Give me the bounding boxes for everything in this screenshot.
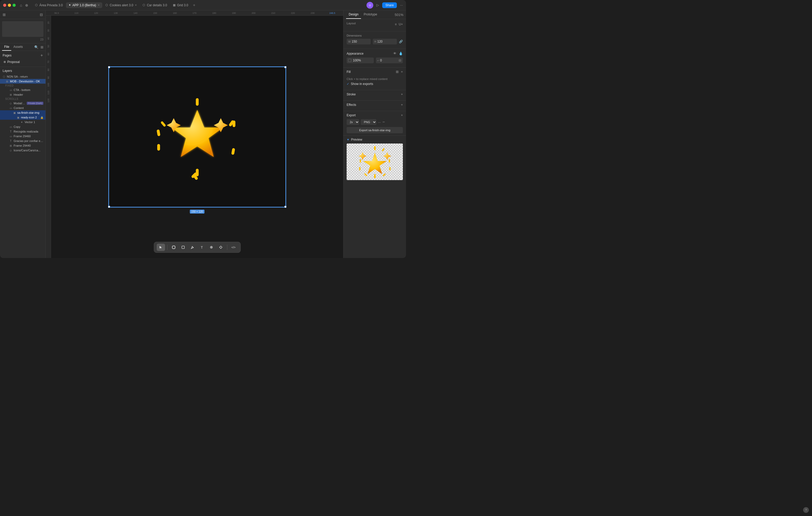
- layer-recogida[interactable]: T Recogida realizada: [0, 129, 46, 134]
- export-scale-select[interactable]: 2x 1x 3x: [347, 119, 359, 125]
- layout-icon2[interactable]: U+: [399, 23, 403, 26]
- tab-cookies-close[interactable]: ✕: [135, 4, 137, 6]
- export-format-select[interactable]: PNG SVG PDF JPG: [361, 119, 376, 125]
- svg-rect-20: [182, 246, 184, 249]
- fill-add-icon[interactable]: +: [401, 70, 403, 74]
- tab-grid[interactable]: ▦ Grid 3.0: [170, 2, 191, 8]
- preview-header: ▼ Preview: [347, 138, 403, 142]
- layer-label-ready: ready-icon 2: [21, 116, 39, 119]
- layer-mob-devolucion[interactable]: ⊞ MOB - Devolución - OK: [0, 79, 46, 84]
- text-tool-button[interactable]: T: [198, 244, 206, 251]
- select-tool-button[interactable]: [157, 244, 165, 251]
- page-dot: [4, 61, 6, 63]
- layer-frame29440[interactable]: ⊞ Frame 29440: [0, 143, 46, 148]
- stroke-add-icon[interactable]: +: [401, 92, 403, 96]
- globe-icon[interactable]: ⊕: [25, 3, 28, 7]
- file-tab[interactable]: File: [2, 43, 11, 51]
- layer-content[interactable]: ▭ Content: [0, 105, 46, 110]
- export-add-icon[interactable]: +: [401, 113, 403, 117]
- layout-icon1[interactable]: ≡: [395, 23, 397, 26]
- tab-car[interactable]: ⬡ Car details 3.0: [140, 2, 170, 8]
- show-exports-label[interactable]: Show in exports: [351, 82, 373, 86]
- star-canvas[interactable]: 150 × 120: [108, 66, 286, 208]
- layer-vector1[interactable]: ✦ Vector 1: [0, 120, 46, 124]
- tab-close-icon[interactable]: ✕: [97, 4, 100, 6]
- canvas-area: 96.5 110 120 130 140 150 160 170 180 190…: [46, 10, 343, 258]
- export-button[interactable]: Export sa-finish-star-img: [347, 127, 403, 133]
- add-tab-button[interactable]: +: [191, 3, 197, 7]
- ruler-mark: 130: [106, 12, 125, 14]
- minimize-button[interactable]: [8, 4, 11, 7]
- layer-ready-icon[interactable]: ▣ ready-icon 2 🔒: [0, 115, 46, 120]
- export-minus-icon[interactable]: −: [382, 120, 385, 124]
- code-tool-button[interactable]: </>: [229, 244, 238, 251]
- add-page-button[interactable]: +: [40, 53, 43, 58]
- handle-top-left[interactable]: [108, 66, 110, 68]
- layer-gracias[interactable]: T Gracias por confiar en n...: [0, 139, 46, 143]
- fill-mixed-text[interactable]: Click + to replace mixed content: [347, 77, 403, 81]
- corner-radius-field[interactable]: ⌐ 0 ⊟: [376, 58, 403, 63]
- width-field[interactable]: W 150: [347, 39, 371, 44]
- layer-cta-bottom[interactable]: ▭ CTA - bottom: [0, 88, 46, 92]
- panel-scroll: Layout ≡ U+ Dimensions W 150 H: [344, 19, 406, 258]
- tab-area-privada[interactable]: ⬡ Área Privada 3.0: [32, 2, 65, 8]
- handle-bottom-right[interactable]: [284, 206, 286, 208]
- layer-icons-cars[interactable]: ◇ Icons/Cars/Cars/ca...: [0, 148, 46, 153]
- layer-frame29460[interactable]: ▭ Frame 29460: [0, 134, 46, 139]
- h-value[interactable]: 120: [377, 40, 395, 43]
- effects-add-icon[interactable]: +: [401, 103, 403, 107]
- tab-prototype[interactable]: Prototype: [361, 10, 380, 19]
- stroke-title: Stroke: [347, 93, 356, 96]
- component-tool-button[interactable]: [216, 244, 225, 251]
- tools-icon[interactable]: ⊞: [3, 12, 6, 17]
- height-field[interactable]: H 120: [373, 39, 397, 44]
- preview-chevron-icon[interactable]: ▼: [347, 138, 349, 141]
- pencil-tool-button[interactable]: [207, 244, 215, 251]
- handle-top-right[interactable]: [284, 66, 286, 68]
- close-button[interactable]: [3, 4, 6, 7]
- zoom-label[interactable]: 501%: [395, 13, 403, 17]
- corner-value[interactable]: 0: [380, 59, 399, 62]
- ruler-v-mark: 100: [47, 80, 50, 87]
- layer-header[interactable]: ⊞ Header: [0, 92, 46, 97]
- toolbar-separator-2: [227, 245, 227, 250]
- maximize-button[interactable]: [12, 4, 16, 7]
- dimensions-title: Dimensions: [347, 34, 403, 37]
- expand-corners-icon[interactable]: ⊟: [399, 59, 401, 62]
- handle-bottom-left[interactable]: [108, 206, 110, 208]
- share-button[interactable]: Share: [382, 2, 397, 8]
- more-icon[interactable]: ···: [400, 3, 403, 7]
- layer-non-sa[interactable]: ⬡ NON SA - return: [0, 74, 46, 79]
- pen-tool-button[interactable]: [188, 244, 197, 251]
- opacity-value[interactable]: 100%: [353, 59, 372, 62]
- title-bar-right: U ▷ Share ···: [367, 2, 403, 9]
- opacity-field[interactable]: 100%: [347, 58, 374, 63]
- visibility-icon[interactable]: 👁: [393, 52, 397, 55]
- grid-icon[interactable]: ⊞: [40, 45, 44, 49]
- shape-tool-button[interactable]: [179, 244, 187, 251]
- layer-sa-finish[interactable]: ▣ sa-finish-star-img: [0, 110, 46, 115]
- home-icon[interactable]: ⌂: [20, 3, 22, 7]
- assets-tab[interactable]: Assets: [11, 43, 25, 51]
- canvas-content[interactable]: 150 × 120: [51, 16, 343, 258]
- w-value[interactable]: 150: [352, 40, 369, 43]
- tab-cookies[interactable]: ⬡ Cookies alert 3.0 ✕: [103, 2, 139, 8]
- layer-modal-sheet[interactable]: ◇ Modal/Sheet Header Private (Dark): [0, 101, 46, 105]
- fill-grid-icon[interactable]: ⊞: [396, 70, 399, 74]
- tab-design[interactable]: Design: [346, 10, 361, 19]
- frame-tool-button[interactable]: [170, 244, 178, 251]
- export-more-icon[interactable]: ···: [378, 120, 381, 124]
- layer-copy[interactable]: ▭ Copy: [0, 124, 46, 129]
- page-item-proposal[interactable]: Proposal: [3, 59, 43, 65]
- ruler-mark: 180: [204, 12, 224, 14]
- appearance-icons: 👁 💧: [393, 52, 403, 55]
- lock-icon: 🔒: [40, 116, 44, 119]
- sidebar-toolbar: ⊞ ⊟: [0, 10, 46, 19]
- tab-app[interactable]: ✦ APP 1.0 (Bertha) ✕: [66, 2, 103, 8]
- dropper-icon[interactable]: 💧: [399, 52, 403, 55]
- canvas-frame: 150 × 120: [108, 66, 286, 208]
- search-icon[interactable]: 🔍: [34, 45, 38, 49]
- constrain-proportions-icon[interactable]: 🔗: [399, 40, 403, 43]
- toggle-layers-icon[interactable]: ⊟: [40, 12, 43, 17]
- play-icon[interactable]: ▷: [376, 3, 379, 7]
